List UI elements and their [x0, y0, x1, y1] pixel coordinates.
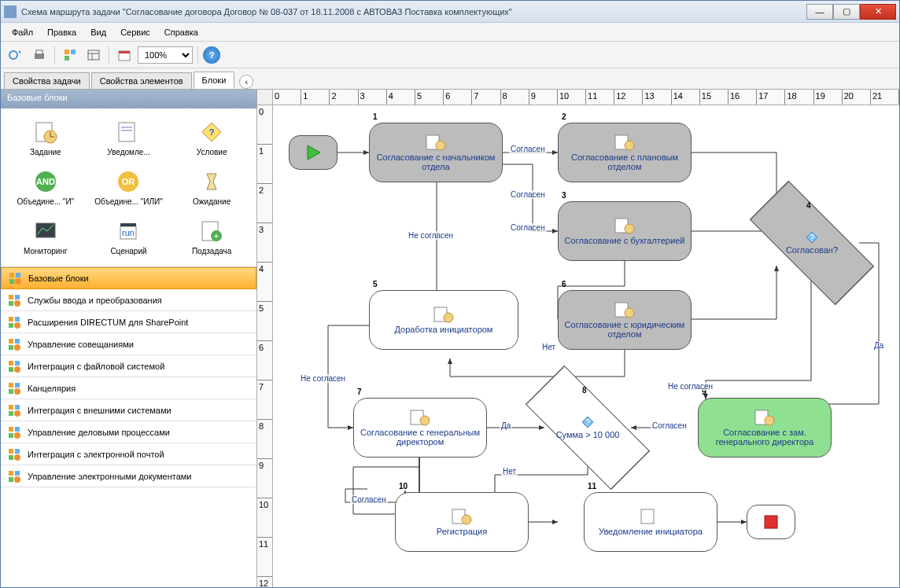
edge-label: Согласен	[509, 145, 547, 153]
svg-rect-105	[765, 516, 777, 528]
refresh-button[interactable]	[6, 45, 26, 65]
svg-rect-15	[119, 123, 135, 141]
menu-service[interactable]: Сервис	[114, 26, 157, 39]
menu-help[interactable]: Справка	[158, 26, 205, 39]
svg-rect-36	[15, 295, 20, 300]
svg-rect-6	[88, 50, 99, 60]
svg-rect-65	[9, 455, 13, 460]
block-notification[interactable]: Уведомле...	[89, 116, 169, 160]
svg-rect-26	[120, 223, 136, 226]
svg-rect-10	[119, 51, 130, 53]
tab-blocks[interactable]: Блоки	[194, 72, 235, 89]
svg-rect-68	[15, 471, 20, 476]
svg-rect-2	[36, 50, 42, 54]
ruler-horizontal: 0123456789101112131415161718192021	[273, 90, 899, 105]
svg-rect-41	[9, 323, 13, 328]
block-script[interactable]: run Сценарий	[89, 215, 169, 259]
layout-button[interactable]	[83, 45, 104, 65]
menu-file[interactable]: Файл	[6, 26, 39, 39]
block-or[interactable]: OR Объедине... "ИЛИ"	[89, 166, 169, 209]
flow-node[interactable]: 2 Согласование с плановым отделом	[558, 123, 692, 182]
svg-point-97	[420, 416, 430, 425]
flow-node[interactable]: 9 Согласование с зам. генерального дирек…	[698, 398, 832, 458]
svg-rect-56	[15, 405, 20, 410]
svg-point-46	[14, 344, 20, 351]
blocks-button[interactable]	[60, 45, 80, 65]
svg-point-89	[625, 224, 634, 233]
tab-collapse-button[interactable]: ‹	[239, 75, 253, 89]
flow-node[interactable]: 11 Уведомление инициатора	[584, 492, 717, 552]
app-icon	[4, 6, 17, 18]
svg-text:AND: AND	[36, 177, 55, 186]
svg-point-34	[15, 278, 21, 285]
svg-text:?: ?	[585, 417, 590, 427]
block-monitor[interactable]: Мониторинг	[6, 215, 86, 259]
category-item[interactable]: Канцелярия	[1, 377, 256, 399]
svg-rect-59	[9, 427, 13, 432]
toolbar: 100% ?	[1, 42, 899, 68]
calendar-button[interactable]	[114, 45, 135, 65]
edge-label: Согласен	[350, 495, 388, 504]
flow-node[interactable]: 10 Регистрация	[395, 492, 529, 552]
tab-element-props[interactable]: Свойства элементов	[91, 72, 192, 89]
block-and[interactable]: AND Объедине... "И"	[6, 166, 86, 209]
print-button[interactable]	[29, 45, 50, 65]
block-subtask[interactable]: + Подзадача	[172, 215, 252, 259]
block-condition[interactable]: ? Условие	[172, 116, 252, 160]
edge-label: Согласен	[651, 421, 688, 430]
menubar: Файл Правка Вид Сервис Справка	[1, 23, 899, 42]
edge-label: Да	[500, 421, 512, 430]
decision-node[interactable]: 4 ? Согласован?	[769, 215, 855, 270]
edge-label: Не согласен	[299, 374, 347, 383]
menu-edit[interactable]: Правка	[41, 26, 83, 39]
menu-view[interactable]: Вид	[84, 26, 112, 39]
block-task[interactable]: Задание	[6, 116, 86, 160]
category-item[interactable]: Управление совещаниями	[1, 333, 256, 355]
canvas-area[interactable]: 0123456789101112131415161718192021 01234…	[257, 90, 899, 587]
maximize-button[interactable]: ▢	[833, 4, 860, 20]
zoom-select[interactable]: 100%	[138, 46, 193, 64]
category-item[interactable]: Службы ввода и преобразования	[1, 289, 256, 311]
svg-point-58	[14, 410, 20, 417]
minimize-button[interactable]: —	[806, 4, 833, 20]
end-node[interactable]	[747, 505, 795, 539]
window-title: Схема маршрута задачи "Согласование дого…	[21, 7, 806, 17]
help-button[interactable]: ?	[203, 46, 220, 64]
category-item[interactable]: Расширения DIRECTUM для SharePoint	[1, 311, 256, 333]
svg-point-70	[14, 476, 20, 483]
decision-node[interactable]: 8 ? Сумма > 10 000	[544, 400, 631, 455]
svg-rect-44	[15, 339, 20, 344]
svg-text:?: ?	[810, 233, 814, 242]
svg-marker-83	[308, 145, 320, 160]
svg-rect-39	[9, 317, 13, 322]
flow-node[interactable]: 7 Согласование с генеральным директором	[353, 398, 487, 458]
tab-task-props[interactable]: Свойства задачи	[4, 72, 90, 89]
category-item[interactable]: Базовые блоки	[1, 267, 256, 289]
svg-point-66	[14, 454, 20, 461]
svg-rect-5	[65, 56, 69, 61]
category-item[interactable]: Интеграция с файловой системой	[1, 355, 256, 377]
block-wait[interactable]: Ожидание	[172, 166, 252, 209]
flow-node[interactable]: 5 Доработка инициатором	[369, 290, 518, 350]
flow-node[interactable]: 3 Согласование с бухгалтерией	[558, 201, 692, 261]
start-node[interactable]	[289, 135, 338, 170]
flowchart-canvas[interactable]: 1 Согласование с начальником отдела 2 Со…	[273, 105, 899, 587]
svg-rect-47	[9, 361, 13, 366]
svg-text:OR: OR	[122, 177, 135, 186]
svg-point-103	[462, 515, 471, 524]
svg-rect-61	[9, 433, 13, 438]
flow-node[interactable]: 1 Согласование с начальником отдела	[369, 123, 503, 182]
category-item[interactable]: Интеграция с внешними системами	[1, 399, 256, 421]
svg-rect-37	[9, 301, 13, 306]
svg-rect-51	[9, 383, 13, 388]
category-item[interactable]: Управление деловыми процессами	[1, 421, 256, 443]
flow-node[interactable]: 6 Согласование с юридическим отделом	[558, 290, 692, 350]
edge-label: Нет	[540, 343, 557, 351]
close-button[interactable]: ✕	[860, 4, 896, 20]
svg-rect-52	[15, 383, 20, 388]
category-item[interactable]: Управление электронными документами	[1, 465, 256, 487]
svg-point-54	[14, 388, 20, 395]
category-item[interactable]: Интеграция с электронной почтой	[1, 443, 256, 465]
svg-rect-67	[9, 471, 13, 476]
edge-label: Не согласен	[666, 382, 714, 391]
